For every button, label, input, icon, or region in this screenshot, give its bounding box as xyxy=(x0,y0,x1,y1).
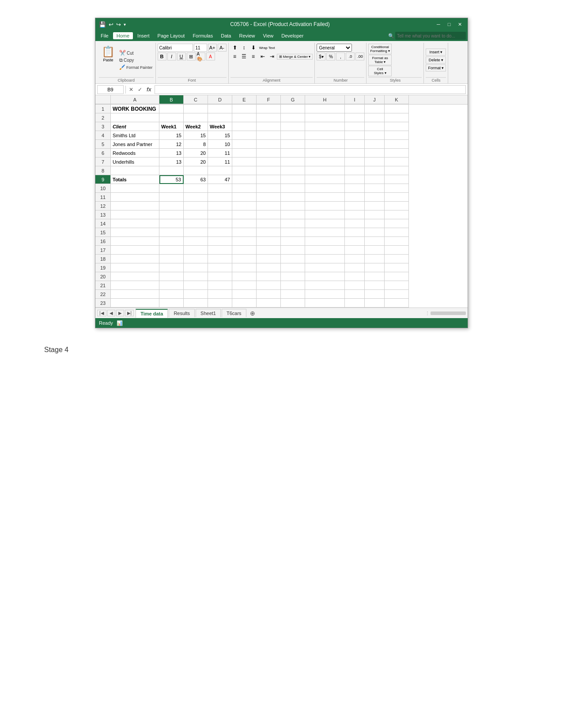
align-center-btn[interactable]: ☰ xyxy=(240,53,249,60)
cell-a23[interactable] xyxy=(111,299,159,308)
cell-e3[interactable] xyxy=(232,122,257,131)
col-header-k[interactable]: K xyxy=(385,95,409,104)
copy-button[interactable]: ⧉ Copy xyxy=(118,57,154,64)
cell-c2[interactable] xyxy=(184,113,208,122)
cell-b20[interactable] xyxy=(159,272,184,281)
insert-btn[interactable]: Insert ▾ xyxy=(426,49,446,56)
cell-k16[interactable] xyxy=(385,237,409,246)
currency-btn[interactable]: $▾ xyxy=(317,53,325,60)
cell-a20[interactable] xyxy=(111,272,159,281)
cell-d6[interactable]: 11 xyxy=(208,149,232,158)
menu-review[interactable]: Review xyxy=(235,32,258,39)
cell-f12[interactable] xyxy=(257,202,281,210)
row-header-16[interactable]: 16 xyxy=(95,237,111,246)
minimize-btn[interactable]: ─ xyxy=(434,21,443,28)
row-header-3[interactable]: 3 xyxy=(95,122,111,131)
cell-a17[interactable] xyxy=(111,246,159,255)
row-header-8[interactable]: 8 xyxy=(95,166,111,175)
cell-a10[interactable] xyxy=(111,184,159,193)
row-header-2[interactable]: 2 xyxy=(95,113,111,122)
format-as-table-btn[interactable]: Format asTable ▾ xyxy=(368,55,391,65)
row-header-9[interactable]: 9 xyxy=(95,175,111,184)
align-left-btn[interactable]: ≡ xyxy=(230,53,239,60)
cell-c5[interactable]: 8 xyxy=(184,140,208,149)
row-header-20[interactable]: 20 xyxy=(95,272,111,281)
cell-k3[interactable] xyxy=(385,122,409,131)
cell-b22[interactable] xyxy=(159,290,184,299)
cell-k20[interactable] xyxy=(385,272,409,281)
cell-f21[interactable] xyxy=(257,281,281,290)
cell-e4[interactable] xyxy=(232,131,257,140)
cell-b9[interactable]: 53 xyxy=(159,175,184,184)
cell-g15[interactable] xyxy=(281,228,305,237)
cell-h3[interactable] xyxy=(305,122,345,131)
row-header-12[interactable]: 12 xyxy=(95,202,111,210)
cell-g6[interactable] xyxy=(281,149,305,158)
formula-confirm-btn[interactable]: ✓ xyxy=(136,86,144,93)
cell-k13[interactable] xyxy=(385,210,409,219)
cell-j14[interactable] xyxy=(365,219,385,228)
menu-formulas[interactable]: Formulas xyxy=(189,32,216,39)
cell-i8[interactable] xyxy=(345,166,365,175)
cell-b14[interactable] xyxy=(159,219,184,228)
cell-a2[interactable] xyxy=(111,113,159,122)
sheet-tab-t6cars[interactable]: T6cars xyxy=(222,309,246,317)
cell-h23[interactable] xyxy=(305,299,345,308)
cell-a13[interactable] xyxy=(111,210,159,219)
cell-d19[interactable] xyxy=(208,263,232,272)
close-btn[interactable]: ✕ xyxy=(455,21,464,28)
cell-b15[interactable] xyxy=(159,228,184,237)
align-top-btn[interactable]: ⬆ xyxy=(230,44,239,52)
row-header-22[interactable]: 22 xyxy=(95,290,111,299)
cell-j9[interactable] xyxy=(365,175,385,184)
align-bottom-btn[interactable]: ⬇ xyxy=(249,44,258,52)
increase-decimal-btn[interactable]: .00 xyxy=(355,53,364,60)
cell-g13[interactable] xyxy=(281,210,305,219)
cell-g22[interactable] xyxy=(281,290,305,299)
cell-c16[interactable] xyxy=(184,237,208,246)
cell-k19[interactable] xyxy=(385,263,409,272)
cell-e22[interactable] xyxy=(232,290,257,299)
menu-home[interactable]: Home xyxy=(113,32,133,39)
col-header-c[interactable]: C xyxy=(184,95,208,104)
cell-d18[interactable] xyxy=(208,255,232,263)
cell-h20[interactable] xyxy=(305,272,345,281)
cell-j7[interactable] xyxy=(365,158,385,166)
cell-d11[interactable] xyxy=(208,193,232,202)
cell-f17[interactable] xyxy=(257,246,281,255)
font-color-btn[interactable]: A xyxy=(206,53,215,60)
cell-j3[interactable] xyxy=(365,122,385,131)
number-format-select[interactable]: General Number Currency Date xyxy=(317,44,352,52)
cell-f2[interactable] xyxy=(257,113,281,122)
cell-f15[interactable] xyxy=(257,228,281,237)
menu-view[interactable]: View xyxy=(260,32,277,39)
cell-i16[interactable] xyxy=(345,237,365,246)
cell-g18[interactable] xyxy=(281,255,305,263)
cell-i22[interactable] xyxy=(345,290,365,299)
font-shrink-btn[interactable]: A- xyxy=(218,44,227,52)
format-painter-button[interactable]: 🖌️ Format Painter xyxy=(118,64,154,71)
col-header-b[interactable]: B xyxy=(159,95,184,104)
row-header-5[interactable]: 5 xyxy=(95,140,111,149)
cell-b17[interactable] xyxy=(159,246,184,255)
row-header-7[interactable]: 7 xyxy=(95,158,111,166)
sheet-nav-last[interactable]: ▶| xyxy=(125,310,134,316)
cell-c11[interactable] xyxy=(184,193,208,202)
cell-c23[interactable] xyxy=(184,299,208,308)
cell-g8[interactable] xyxy=(281,166,305,175)
formula-input[interactable]: =SUM(B4:B7) xyxy=(155,85,466,94)
cell-h5[interactable] xyxy=(305,140,345,149)
cell-g4[interactable] xyxy=(281,131,305,140)
cell-f3[interactable] xyxy=(257,122,281,131)
decrease-decimal-btn[interactable]: .0 xyxy=(346,53,355,60)
comma-btn[interactable]: , xyxy=(336,53,345,60)
cell-f19[interactable] xyxy=(257,263,281,272)
cell-j13[interactable] xyxy=(365,210,385,219)
cell-j2[interactable] xyxy=(365,113,385,122)
fill-color-btn[interactable]: A🎨 xyxy=(196,53,205,60)
col-header-h[interactable]: H xyxy=(305,95,345,104)
cell-b11[interactable] xyxy=(159,193,184,202)
cell-k1[interactable] xyxy=(385,105,409,113)
cell-j10[interactable] xyxy=(365,184,385,193)
add-sheet-button[interactable]: ⊕ xyxy=(247,310,258,317)
